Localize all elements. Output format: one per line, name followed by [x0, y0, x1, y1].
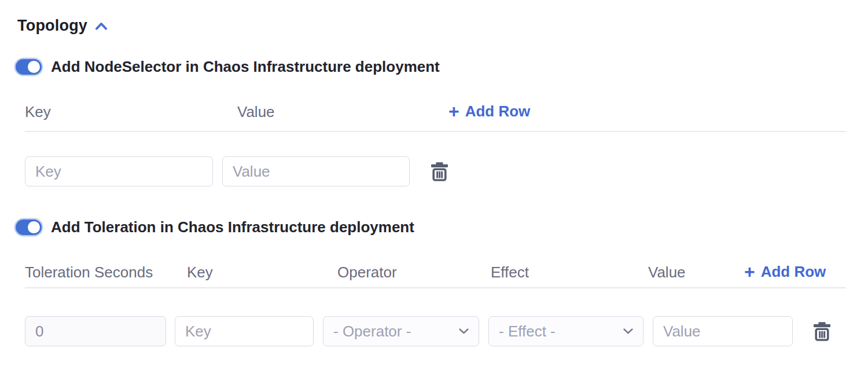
trash-icon [431, 162, 448, 181]
nodeselector-toggle-row: Add NodeSelector in Chaos Infrastructure… [16, 58, 440, 76]
toleration-add-row-button[interactable]: + Add Row [744, 263, 826, 281]
toleration-toggle[interactable] [16, 219, 42, 235]
nodeselector-toggle-label: Add NodeSelector in Chaos Infrastructure… [51, 58, 440, 76]
column-header-value: Value [648, 263, 686, 281]
toleration-toggle-row: Add Toleration in Chaos Infrastructure d… [16, 218, 414, 236]
operator-select[interactable]: - Operator - [323, 316, 479, 346]
table-header-divider [25, 287, 846, 288]
column-header-key: Key [187, 263, 213, 281]
toleration-seconds-input[interactable] [25, 316, 166, 346]
nodeselector-value-input[interactable] [222, 156, 410, 186]
chevron-down-icon [459, 328, 469, 334]
plus-icon: + [744, 264, 755, 279]
trash-icon [814, 322, 830, 341]
effect-select[interactable]: - Effect - [488, 316, 643, 346]
page-title: Topology [17, 17, 87, 35]
topology-settings-panel: Topology Add NodeSelector in Chaos Infra… [0, 0, 868, 388]
nodeselector-delete-row-button[interactable] [431, 162, 448, 181]
table-header-divider [25, 131, 846, 132]
operator-select-value: - Operator - [333, 323, 411, 341]
toleration-delete-row-button[interactable] [814, 322, 830, 341]
chevron-down-icon [623, 328, 633, 334]
toleration-key-input[interactable] [175, 316, 314, 346]
column-header-value: Value [237, 103, 275, 121]
add-row-label: Add Row [465, 103, 531, 120]
toleration-value-input[interactable] [653, 316, 793, 346]
collapse-section-button[interactable] [95, 22, 108, 30]
toggle-knob [28, 61, 40, 73]
effect-select-value: - Effect - [499, 323, 556, 341]
toggle-knob [28, 221, 40, 233]
column-header-key: Key [25, 103, 51, 121]
topology-section-header: Topology [17, 17, 108, 35]
nodeselector-add-row-button[interactable]: + Add Row [448, 103, 530, 120]
column-header-effect: Effect [491, 263, 529, 281]
column-header-operator: Operator [337, 263, 397, 281]
add-row-label: Add Row [761, 263, 826, 281]
column-header-toleration-seconds: Toleration Seconds [25, 263, 153, 281]
plus-icon: + [448, 104, 459, 119]
nodeselector-key-input[interactable] [25, 156, 213, 186]
chevron-up-icon [95, 22, 108, 30]
nodeselector-toggle[interactable] [16, 59, 42, 75]
toleration-toggle-label: Add Toleration in Chaos Infrastructure d… [51, 218, 414, 236]
